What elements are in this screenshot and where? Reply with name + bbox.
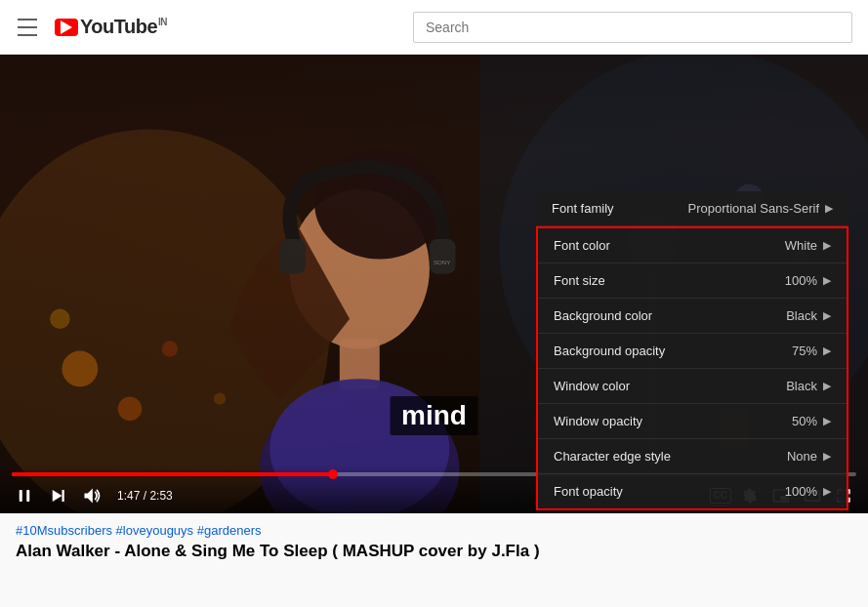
settings-bg-color-row[interactable]: Background color Black ▶ bbox=[538, 299, 847, 334]
subtitle-overlay: mind bbox=[390, 396, 478, 435]
pause-icon bbox=[16, 487, 33, 505]
svg-marker-24 bbox=[53, 490, 62, 502]
chevron-right-icon: ▶ bbox=[823, 274, 831, 287]
settings-window-color-row[interactable]: Window color Black ▶ bbox=[538, 369, 847, 404]
hamburger-menu-icon[interactable] bbox=[16, 16, 39, 39]
bg-color-label: Background color bbox=[554, 308, 652, 323]
font-family-label: Font family bbox=[552, 201, 614, 216]
char-edge-value-text: None bbox=[787, 449, 817, 464]
font-family-value: Proportional Sans-Serif ▶ bbox=[688, 201, 833, 216]
chevron-right-icon: ▶ bbox=[823, 415, 831, 427]
window-color-value: Black ▶ bbox=[786, 379, 831, 393]
volume-button[interactable] bbox=[78, 484, 105, 507]
svg-point-5 bbox=[50, 309, 69, 329]
youtube-logo[interactable]: YouTubeIN bbox=[55, 16, 167, 38]
video-player[interactable]: SONY mind Font family Proportional Sans-… bbox=[0, 55, 868, 513]
header: YouTubeIN bbox=[0, 0, 868, 55]
time-current: 1:47 bbox=[117, 489, 140, 503]
window-opacity-value-text: 50% bbox=[792, 414, 817, 428]
bg-color-value-text: Black bbox=[786, 308, 817, 323]
svg-rect-25 bbox=[62, 490, 64, 502]
settings-char-edge-row[interactable]: Character edge style None ▶ bbox=[538, 439, 847, 474]
window-color-value-text: Black bbox=[786, 379, 817, 393]
svg-point-6 bbox=[162, 341, 178, 356]
font-color-label: Font color bbox=[554, 238, 610, 253]
time-total: 2:53 bbox=[149, 489, 172, 503]
youtube-logo-icon bbox=[55, 19, 78, 36]
next-button[interactable] bbox=[45, 485, 70, 506]
pause-button[interactable] bbox=[12, 485, 37, 506]
char-edge-label: Character edge style bbox=[554, 449, 671, 464]
font-size-value-text: 100% bbox=[785, 273, 817, 288]
settings-bg-opacity-row[interactable]: Background opacity 75% ▶ bbox=[538, 334, 847, 369]
chevron-right-icon: ▶ bbox=[823, 380, 831, 392]
bg-opacity-value-text: 75% bbox=[792, 344, 817, 358]
chevron-right-icon: ▶ bbox=[823, 309, 831, 322]
bg-opacity-label: Background opacity bbox=[554, 344, 665, 358]
svg-rect-15 bbox=[430, 239, 456, 274]
font-opacity-label: Font opacity bbox=[554, 484, 623, 499]
chevron-right-icon: ▶ bbox=[825, 202, 833, 215]
logo-youtube-text: YouTube bbox=[80, 16, 157, 37]
skip-next-icon bbox=[49, 487, 66, 505]
svg-rect-14 bbox=[279, 239, 306, 274]
settings-window-opacity-row[interactable]: Window opacity 50% ▶ bbox=[538, 404, 847, 439]
settings-font-opacity-row[interactable]: Font opacity 100% ▶ bbox=[538, 474, 847, 508]
progress-fill bbox=[12, 472, 333, 476]
search-input[interactable] bbox=[414, 16, 851, 39]
search-bar[interactable] bbox=[413, 12, 852, 43]
settings-font-family-row[interactable]: Font family Proportional Sans-Serif ▶ bbox=[536, 191, 848, 226]
video-title: Alan Walker - Alone & Sing Me To Sleep (… bbox=[16, 542, 852, 561]
svg-rect-23 bbox=[26, 490, 29, 502]
svg-point-7 bbox=[214, 393, 226, 405]
settings-font-size-row[interactable]: Font size 100% ▶ bbox=[538, 263, 847, 299]
bg-color-value: Black ▶ bbox=[786, 308, 831, 323]
window-opacity-label: Window opacity bbox=[554, 414, 642, 428]
chevron-right-icon: ▶ bbox=[823, 344, 831, 357]
svg-rect-22 bbox=[20, 490, 22, 502]
font-size-value: 100% ▶ bbox=[785, 273, 831, 288]
font-size-label: Font size bbox=[554, 273, 605, 288]
hashtags[interactable]: #10Msubscribers #loveyouguys #gardeners bbox=[16, 523, 852, 538]
svg-point-3 bbox=[62, 351, 98, 387]
chevron-right-icon: ▶ bbox=[823, 450, 831, 463]
chevron-right-icon: ▶ bbox=[823, 485, 831, 498]
logo-text: YouTubeIN bbox=[80, 16, 167, 38]
window-color-label: Window color bbox=[554, 379, 630, 393]
svg-marker-26 bbox=[85, 489, 93, 504]
svg-point-4 bbox=[118, 397, 143, 422]
settings-panel: Font family Proportional Sans-Serif ▶ Fo… bbox=[536, 191, 848, 510]
font-color-value-text: White bbox=[785, 238, 817, 253]
below-video: #10Msubscribers #loveyouguys #gardeners … bbox=[0, 513, 868, 571]
chevron-right-icon: ▶ bbox=[823, 239, 831, 252]
svg-text:SONY: SONY bbox=[434, 259, 450, 265]
time-display: 1:47 / 2:53 bbox=[117, 489, 173, 503]
settings-highlighted-section: Font color White ▶ Font size 100% ▶ Back… bbox=[536, 226, 848, 510]
char-edge-value: None ▶ bbox=[787, 449, 831, 464]
font-opacity-value: 100% ▶ bbox=[785, 484, 831, 499]
font-opacity-value-text: 100% bbox=[785, 484, 817, 499]
volume-icon bbox=[82, 486, 102, 506]
logo-country-text: IN bbox=[158, 17, 167, 27]
window-opacity-value: 50% ▶ bbox=[792, 414, 831, 428]
font-color-value: White ▶ bbox=[785, 238, 831, 253]
font-family-value-text: Proportional Sans-Serif bbox=[688, 201, 819, 216]
bg-opacity-value: 75% ▶ bbox=[792, 344, 831, 358]
settings-font-color-row[interactable]: Font color White ▶ bbox=[538, 228, 847, 263]
